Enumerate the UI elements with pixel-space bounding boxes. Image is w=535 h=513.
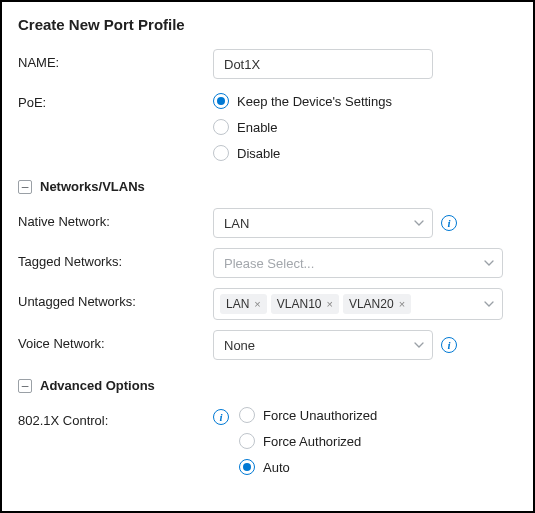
radio-icon: [213, 145, 229, 161]
collapse-toggle-advanced[interactable]: –: [18, 379, 32, 393]
select-placeholder: Please Select...: [224, 256, 314, 271]
section-title-networks: Networks/VLANs: [40, 179, 145, 194]
tag-item: LAN ×: [220, 294, 267, 314]
untagged-networks-select[interactable]: LAN × VLAN10 × VLAN20 ×: [213, 288, 503, 320]
radio-label: Auto: [263, 460, 290, 475]
dot1x-option-force-authorized[interactable]: Force Authorized: [239, 433, 377, 449]
info-icon[interactable]: i: [441, 337, 457, 353]
chevron-down-icon: [414, 220, 424, 226]
radio-icon: [239, 459, 255, 475]
chevron-down-icon: [414, 342, 424, 348]
dot1x-radio-group: Force Unauthorized Force Authorized Auto: [239, 407, 377, 475]
chevron-down-icon: [484, 301, 494, 307]
dot1x-option-force-unauthorized[interactable]: Force Unauthorized: [239, 407, 377, 423]
native-network-label: Native Network:: [18, 208, 213, 229]
tag-remove-icon[interactable]: ×: [399, 298, 405, 310]
poe-option-keep[interactable]: Keep the Device's Settings: [213, 93, 392, 109]
radio-label: Force Authorized: [263, 434, 361, 449]
radio-label: Keep the Device's Settings: [237, 94, 392, 109]
tag-remove-icon[interactable]: ×: [326, 298, 332, 310]
native-network-select[interactable]: LAN: [213, 208, 433, 238]
tagged-networks-select[interactable]: Please Select...: [213, 248, 503, 278]
radio-icon: [239, 407, 255, 423]
voice-network-select[interactable]: None: [213, 330, 433, 360]
name-label: NAME:: [18, 49, 213, 70]
voice-network-label: Voice Network:: [18, 330, 213, 351]
collapse-toggle-networks[interactable]: –: [18, 180, 32, 194]
tag-label: VLAN10: [277, 297, 322, 311]
tag-label: LAN: [226, 297, 249, 311]
select-value: LAN: [224, 216, 249, 231]
section-title-advanced: Advanced Options: [40, 378, 155, 393]
dot1x-control-label: 802.1X Control:: [18, 407, 213, 428]
tag-label: VLAN20: [349, 297, 394, 311]
tagged-networks-label: Tagged Networks:: [18, 248, 213, 269]
chevron-down-icon: [484, 260, 494, 266]
radio-icon: [213, 119, 229, 135]
page-title: Create New Port Profile: [18, 16, 517, 33]
dot1x-option-auto[interactable]: Auto: [239, 459, 377, 475]
info-icon[interactable]: i: [441, 215, 457, 231]
poe-option-disable[interactable]: Disable: [213, 145, 392, 161]
radio-label: Force Unauthorized: [263, 408, 377, 423]
tag-item: VLAN20 ×: [343, 294, 411, 314]
name-input[interactable]: [213, 49, 433, 79]
tag-item: VLAN10 ×: [271, 294, 339, 314]
radio-label: Enable: [237, 120, 277, 135]
select-value: None: [224, 338, 255, 353]
tag-remove-icon[interactable]: ×: [254, 298, 260, 310]
radio-icon: [213, 93, 229, 109]
poe-radio-group: Keep the Device's Settings Enable Disabl…: [213, 89, 392, 161]
info-icon[interactable]: i: [213, 409, 229, 425]
poe-label: PoE:: [18, 89, 213, 110]
poe-option-enable[interactable]: Enable: [213, 119, 392, 135]
untagged-networks-label: Untagged Networks:: [18, 288, 213, 309]
radio-icon: [239, 433, 255, 449]
radio-label: Disable: [237, 146, 280, 161]
